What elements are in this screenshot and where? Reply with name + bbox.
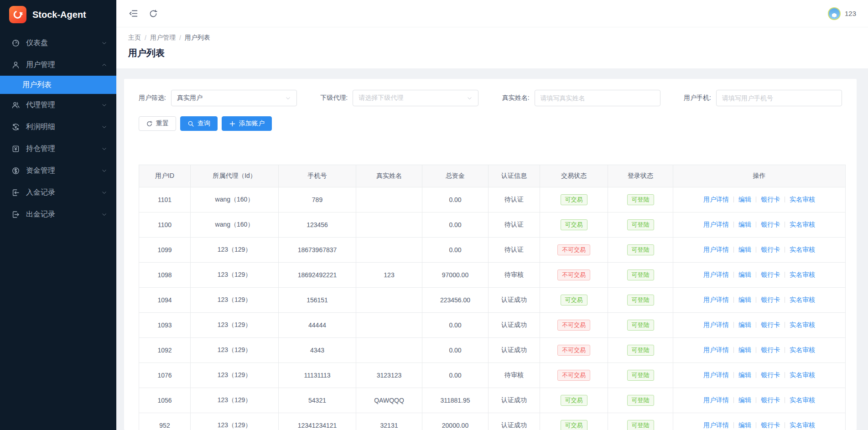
sidebar-item-deposit-records[interactable]: 入金记录 xyxy=(0,181,116,203)
filter-group-user-filter-select: 用户筛选:真实用户 xyxy=(139,90,297,106)
user-detail-link[interactable]: 用户详情 xyxy=(703,296,729,303)
trade-status-badge: 可交易 xyxy=(561,194,587,206)
edit-link[interactable]: 编辑 xyxy=(738,421,751,429)
sidebar-item-user-management[interactable]: 用户管理 xyxy=(0,54,116,76)
app-root: Stock-Agent 仪表盘用户管理用户列表代理管理利润明细持仓管理资金管理入… xyxy=(0,0,868,430)
cell-agent: wang（160） xyxy=(191,187,279,212)
breadcrumb-item-2[interactable]: 用户管理 xyxy=(150,34,176,42)
cell-login-status: 可登陆 xyxy=(608,413,673,430)
cell-login-status: 可登陆 xyxy=(608,313,673,338)
action-divider xyxy=(785,322,785,328)
search-button[interactable]: 查询 xyxy=(180,116,218,131)
edit-link[interactable]: 编辑 xyxy=(738,196,751,203)
cell-total-funds: 223456.00 xyxy=(422,288,489,313)
real-name-audit-link[interactable]: 实名审核 xyxy=(790,421,815,429)
edit-link[interactable]: 编辑 xyxy=(738,346,751,353)
cell-user-id: 1076 xyxy=(139,363,191,388)
bank-card-link[interactable]: 银行卡 xyxy=(761,221,780,228)
cell-actions: 用户详情编辑银行卡实名审核 xyxy=(673,363,846,388)
user-detail-link[interactable]: 用户详情 xyxy=(703,221,729,228)
edit-link[interactable]: 编辑 xyxy=(738,321,751,328)
cell-real-name: 32131 xyxy=(356,413,422,430)
app-logo-icon xyxy=(9,6,26,23)
user-detail-link[interactable]: 用户详情 xyxy=(703,346,729,353)
button-row: 重置 查询 xyxy=(139,116,842,131)
cell-trade-status: 不可交易 xyxy=(540,263,608,288)
bank-card-link[interactable]: 银行卡 xyxy=(761,346,780,353)
collapse-menu-icon[interactable] xyxy=(128,9,138,19)
cell-actions: 用户详情编辑银行卡实名审核 xyxy=(673,338,846,363)
edit-link[interactable]: 编辑 xyxy=(738,371,751,378)
edit-link[interactable]: 编辑 xyxy=(738,271,751,278)
add-account-button[interactable]: 添加账户 xyxy=(222,116,272,131)
action-divider xyxy=(785,247,785,253)
sidebar-item-funds-management[interactable]: 资金管理 xyxy=(0,160,116,181)
bank-card-link[interactable]: 银行卡 xyxy=(761,321,780,328)
user-detail-link[interactable]: 用户详情 xyxy=(703,421,729,429)
real-name-audit-link[interactable]: 实名审核 xyxy=(790,371,815,378)
real-name-audit-link[interactable]: 实名审核 xyxy=(790,221,815,228)
cell-user-id: 1101 xyxy=(139,187,191,212)
real-name-audit-link[interactable]: 实名审核 xyxy=(790,296,815,303)
withdraw-icon xyxy=(11,210,20,219)
bank-card-link[interactable]: 银行卡 xyxy=(761,271,780,278)
username-text: 123 xyxy=(845,10,856,17)
action-divider xyxy=(756,222,756,228)
user-detail-link[interactable]: 用户详情 xyxy=(703,321,729,328)
user-phone-input[interactable] xyxy=(716,90,842,106)
sidebar-subitem-user-list[interactable]: 用户列表 xyxy=(0,76,116,94)
trade-status-badge: 不可交易 xyxy=(557,320,590,331)
edit-link[interactable]: 编辑 xyxy=(738,296,751,303)
bank-card-link[interactable]: 银行卡 xyxy=(761,421,780,429)
trade-status-badge: 可交易 xyxy=(561,420,587,430)
edit-link[interactable]: 编辑 xyxy=(738,396,751,404)
real-name-audit-link[interactable]: 实名审核 xyxy=(790,321,815,328)
real-name-input[interactable] xyxy=(535,90,660,106)
chevron-down-icon xyxy=(467,95,473,101)
cell-total-funds: 0.00 xyxy=(422,212,489,238)
real-name-audit-link[interactable]: 实名审核 xyxy=(790,346,815,353)
avatar[interactable] xyxy=(828,7,841,20)
user-detail-link[interactable]: 用户详情 xyxy=(703,271,729,278)
chevron-down-icon xyxy=(101,146,107,152)
real-name-audit-link[interactable]: 实名审核 xyxy=(790,271,815,278)
refresh-icon[interactable] xyxy=(148,9,158,19)
sidebar-item-agent-management[interactable]: 代理管理 xyxy=(0,94,116,116)
breadcrumb-item-1[interactable]: 主页 xyxy=(128,34,141,42)
real-name-audit-link[interactable]: 实名审核 xyxy=(790,396,815,404)
sidebar-item-profit-detail[interactable]: 利润明细 xyxy=(0,116,116,138)
sub-agent-select[interactable]: 请选择下级代理 xyxy=(353,90,478,106)
bank-card-link[interactable]: 银行卡 xyxy=(761,396,780,404)
bank-card-link[interactable]: 银行卡 xyxy=(761,371,780,378)
column-header: 交易状态 xyxy=(540,165,608,187)
real-name-audit-link[interactable]: 实名审核 xyxy=(790,196,815,203)
cell-agent: 123（129） xyxy=(191,413,279,430)
sidebar-item-withdraw-records[interactable]: 出金记录 xyxy=(0,203,116,225)
plus-icon xyxy=(229,120,236,127)
user-detail-link[interactable]: 用户详情 xyxy=(703,396,729,404)
bank-card-link[interactable]: 银行卡 xyxy=(761,246,780,253)
sidebar-item-dashboard[interactable]: 仪表盘 xyxy=(0,32,116,54)
cell-phone: 44444 xyxy=(279,313,356,338)
reset-button[interactable]: 重置 xyxy=(139,116,176,131)
cell-real-name xyxy=(356,187,422,212)
edit-link[interactable]: 编辑 xyxy=(738,246,751,253)
user-detail-link[interactable]: 用户详情 xyxy=(703,246,729,253)
bank-card-link[interactable]: 银行卡 xyxy=(761,196,780,203)
user-detail-link[interactable]: 用户详情 xyxy=(703,371,729,378)
cell-phone: 123456 xyxy=(279,212,356,238)
filter-group-real-name-input: 真实姓名: xyxy=(502,90,660,106)
user-detail-link[interactable]: 用户详情 xyxy=(703,196,729,203)
cell-auth-status: 认证成功 xyxy=(489,288,540,313)
bank-card-link[interactable]: 银行卡 xyxy=(761,296,780,303)
cell-trade-status: 不可交易 xyxy=(540,363,608,388)
cell-user-id: 1094 xyxy=(139,288,191,313)
cell-actions: 用户详情编辑银行卡实名审核 xyxy=(673,313,846,338)
cell-agent: 123（129） xyxy=(191,338,279,363)
column-header: 认证信息 xyxy=(489,165,540,187)
edit-link[interactable]: 编辑 xyxy=(738,221,751,228)
action-divider xyxy=(756,397,756,403)
user-filter-select[interactable]: 真实用户 xyxy=(171,90,297,106)
real-name-audit-link[interactable]: 实名审核 xyxy=(790,246,815,253)
sidebar-item-position-management[interactable]: 持仓管理 xyxy=(0,138,116,160)
